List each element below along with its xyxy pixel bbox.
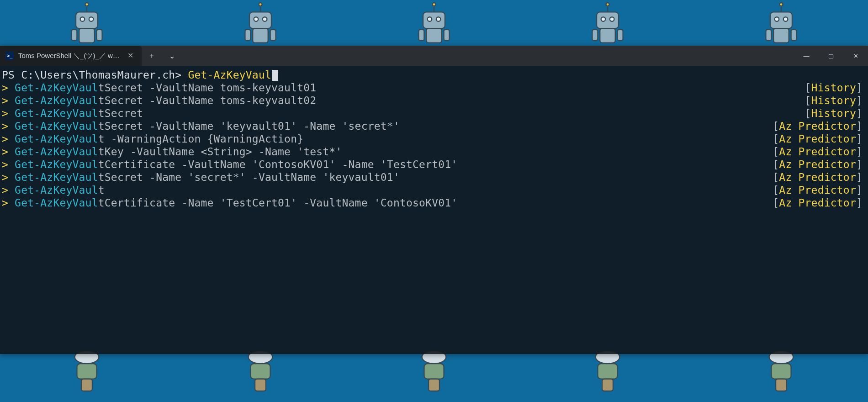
svg-rect-11 [253,28,268,42]
suggestion-source: [Az Predictor] [773,171,866,184]
svg-point-10 [263,17,267,21]
svg-rect-12 [245,30,250,41]
suggestion-source: [History] [805,107,866,120]
suggestion-marker: > [2,184,15,196]
minimize-button[interactable]: — [794,46,819,66]
svg-rect-27 [600,28,615,42]
svg-rect-32 [770,12,792,28]
svg-point-2 [89,17,94,21]
svg-point-26 [610,17,614,21]
suggestion-rest: tSecret -VaultName 'keyvault01' -Name 's… [98,120,400,132]
svg-rect-13 [270,30,276,41]
svg-rect-37 [791,30,797,41]
suggestion-line[interactable]: > Get-AzKeyVaultSecret -VaultName toms-k… [2,81,866,94]
svg-rect-28 [592,30,598,41]
svg-rect-35 [773,28,789,42]
suggestion-line[interactable]: > Get-AzKeyVaultSecret -VaultName 'keyva… [2,120,866,132]
suggestion-marker: > [2,159,15,170]
suggestion-line[interactable]: > Get-AzKeyVaultKey -VaultName <String> … [2,145,866,158]
suggestion-source: [Az Predictor] [773,132,866,145]
suggestion-line[interactable]: > Get-AzKeyVault[Az Predictor] [2,184,866,196]
svg-rect-3 [79,28,95,42]
svg-point-1 [80,17,85,21]
new-tab-button[interactable]: ＋ [142,46,162,66]
suggestion-rest: tSecret -VaultName toms-keyvault01 [98,82,317,94]
tab-close-button[interactable]: ✕ [126,50,135,61]
svg-rect-24 [597,12,619,28]
svg-rect-41 [77,364,96,379]
svg-rect-16 [423,12,445,28]
suggestion-marker: > [2,171,15,183]
suggestion-match: Get-AzKeyVaul [15,107,98,119]
tab-dropdown-button[interactable]: ⌄ [162,46,182,66]
suggestion-match: Get-AzKeyVaul [15,171,98,183]
tab-active[interactable]: >_ Toms PowerShell ＼_(ツ)_／ www ✕ [0,46,142,66]
prompt-line[interactable]: PS C:\Users\ThomasMaurer.ch> Get-AzKeyVa… [2,69,866,81]
suggestion-match: Get-AzKeyVaul [15,120,98,132]
suggestion-marker: > [2,95,15,106]
suggestion-rest: t -WarningAction {WarningAction} [98,133,304,145]
suggestion-rest: t [98,184,105,196]
suggestion-match: Get-AzKeyVaul [15,95,98,106]
suggestion-match: Get-AzKeyVaul [15,197,98,209]
svg-rect-51 [602,379,613,391]
svg-rect-50 [598,364,617,379]
suggestion-line[interactable]: > Get-AzKeyVaultSecret[History] [2,107,866,120]
suggestion-match: Get-AzKeyVaul [15,159,98,170]
suggestion-marker: > [2,146,15,158]
titlebar-drag-area[interactable] [182,46,794,66]
terminal-window: >_ Toms PowerShell ＼_(ツ)_／ www ✕ ＋ ⌄ — ▢… [0,46,868,354]
wallpaper-robots-bottom [0,347,868,402]
svg-rect-45 [255,379,266,391]
svg-rect-54 [776,379,787,391]
cursor [272,70,278,81]
svg-point-39 [779,3,783,6]
svg-rect-47 [424,364,444,379]
svg-rect-8 [249,12,271,28]
suggestion-match: Get-AzKeyVaul [15,146,98,158]
suggestion-source: [Az Predictor] [773,145,866,158]
tab-title: Toms PowerShell ＼_(ツ)_／ www [18,52,121,60]
terminal-body[interactable]: PS C:\Users\ThomasMaurer.ch> Get-AzKeyVa… [0,66,868,354]
svg-rect-53 [771,364,791,379]
suggestion-line[interactable]: > Get-AzKeyVaultCertificate -VaultName '… [2,158,866,171]
suggestion-line[interactable]: > Get-AzKeyVaultSecret -Name 'secret*' -… [2,171,866,184]
svg-point-34 [783,17,788,21]
suggestion-rest: tCertificate -VaultName 'ContosoKV01' -N… [98,159,458,170]
svg-rect-21 [444,30,450,41]
suggestion-rest: tCertificate -Name 'TestCert01' -VaultNa… [98,197,458,209]
suggestion-rest: tKey -VaultName <String> -Name 'test*' [98,146,342,158]
prompt-prefix: PS C:\Users\ThomasMaurer.ch> [2,69,188,81]
suggestion-marker: > [2,120,15,132]
suggestion-marker: > [2,197,15,209]
svg-point-31 [606,3,609,6]
svg-rect-29 [618,30,623,41]
powershell-icon: >_ [5,52,14,60]
svg-rect-4 [71,30,77,41]
svg-point-18 [436,17,441,21]
svg-point-33 [775,17,779,21]
suggestion-match: Get-AzKeyVaul [15,184,98,196]
suggestion-source: [Az Predictor] [773,120,866,132]
svg-point-7 [85,3,88,6]
suggestion-line[interactable]: > Get-AzKeyVaultCertificate -Name 'TestC… [2,196,866,209]
svg-rect-44 [250,364,270,379]
suggestion-marker: > [2,82,15,94]
suggestion-rest: tSecret -VaultName toms-keyvault02 [98,95,317,106]
svg-point-25 [601,17,606,21]
prompt-typed: Get-AzKeyVaul [188,69,271,81]
svg-rect-48 [429,379,439,391]
close-button[interactable]: ✕ [843,46,868,66]
titlebar[interactable]: >_ Toms PowerShell ＼_(ツ)_／ www ✕ ＋ ⌄ — ▢… [0,46,868,66]
suggestion-line[interactable]: > Get-AzKeyVault -WarningAction {Warning… [2,132,866,145]
suggestion-source: [Az Predictor] [773,158,866,171]
suggestion-source: [Az Predictor] [773,196,866,209]
maximize-button[interactable]: ▢ [819,46,843,66]
suggestion-source: [Az Predictor] [773,184,866,196]
svg-rect-42 [81,379,92,391]
suggestion-match: Get-AzKeyVaul [15,133,98,145]
suggestion-match: Get-AzKeyVaul [15,82,98,94]
svg-point-15 [259,3,262,6]
suggestion-line[interactable]: > Get-AzKeyVaultSecret -VaultName toms-k… [2,94,866,107]
svg-point-23 [432,3,435,6]
